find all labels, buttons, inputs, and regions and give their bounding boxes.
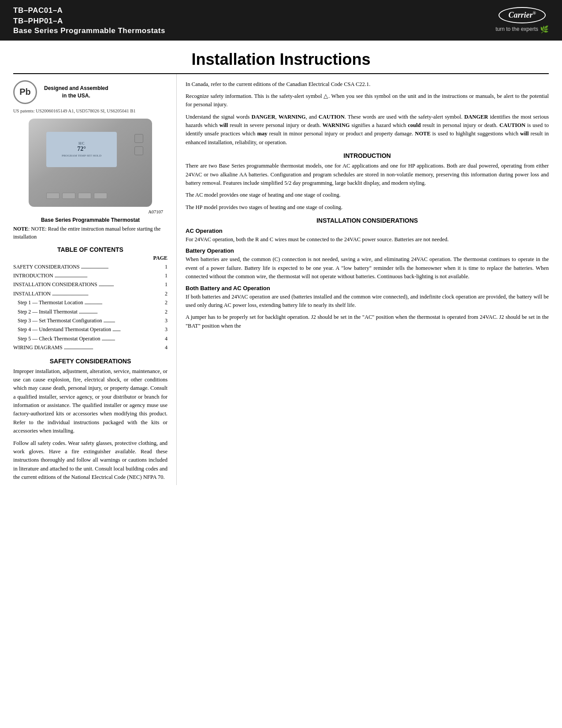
model1-label: TB–PAC01–A [13,5,165,16]
installation-note: NOTE: NOTE: Read the entire instruction … [13,225,167,241]
toc-page-label: PAGE [13,255,167,261]
toc-list: SAFETY CONSIDERATIONS ..................… [13,262,167,352]
carrier-logo: Carrier® turn to the experts 🌿 [495,7,549,34]
install-considerations-title: INSTALLATION CONSIDERATIONS [186,217,549,224]
thermostat-buttons [134,134,143,155]
toc-item: INSTALLATION CONSIDERATIONS ............… [13,280,167,289]
patents-text: US patents: US20060165149 A1, USD578026 … [13,108,167,113]
intro-para3: The HP model provides two stages of heat… [186,203,549,212]
intro-title: INTRODUCTION [186,152,549,159]
both-para1: If both batteries and 24VAC operation ar… [186,293,549,310]
toc-item: INTRODUCTION ...........................… [13,271,167,280]
toc-item: WIRING DIAGRAMS ........................… [13,343,167,352]
both-title: Both Battery and AC Operation [186,285,549,291]
toc-subitem: Step 2 — Install Thermostat ............… [13,307,167,316]
toc-subitem: Step 4 — Understand Thermostat Operation… [13,325,167,334]
btn2 [62,193,75,199]
toc-item: SAFETY CONSIDERATIONS ..................… [13,262,167,271]
safety-para1: Improper installation, adjustment, alter… [13,367,167,436]
toc-subitem: Step 5 — Check Thermostat Operation ....… [13,334,167,343]
down-button [134,146,143,155]
main-title: Installation Instructions [13,50,549,69]
header-left: TB–PAC01–A TB–PHP01–A Base Series Progra… [13,5,165,35]
header-subtitle: Base Series Programmable Thermostats [13,26,165,35]
safety-para2: Follow all safety codes. Wear safety gla… [13,439,167,482]
ac-op-para: For 24VAC operation, both the R and C wi… [186,235,549,244]
model2-label: TB–PHP01–A [13,16,165,26]
ac-op-title: AC Operation [186,228,549,234]
intro-para1: There are two Base Series programmable t… [186,162,549,187]
product-label: Base Series Programmable Thermostat [13,217,167,223]
designed-text: Designed and Assembled in the USA. [44,85,108,100]
battery-para: When batteries are used, the common (C) … [186,255,549,281]
toc-item: INSTALLATION ...........................… [13,289,167,298]
up-button [134,134,143,143]
bottom-buttons [46,193,107,199]
thermostat-image: H/C 72° PROGRAM TEMP SET HOLD [29,119,152,207]
carrier-tagline: turn to the experts 🌿 [495,25,549,34]
left-column: Pb Designed and Assembled in the USA. US… [13,74,176,485]
safety-signal-words: Understand the signal words DANGER, WARN… [186,113,549,147]
carrier-brand: Carrier® [499,7,546,23]
toc-subitem: Step 1 — Thermostat Location ...........… [13,298,167,307]
main-title-section: Installation Instructions [13,41,549,74]
content-area: Pb Designed and Assembled in the USA. US… [0,74,562,485]
thermostat-screen: H/C 72° PROGRAM TEMP SET HOLD [46,132,117,167]
btn3 [78,193,91,199]
header-bar: TB–PAC01–A TB–PHP01–A Base Series Progra… [0,0,562,41]
safety-continued: In Canada, refer to the current editions… [186,80,549,89]
both-para2: A jumper has to be properly set for back… [186,313,549,330]
part-number: A07107 [13,209,167,214]
toc-title: TABLE OF CONTENTS [13,246,167,253]
btn1 [46,193,60,199]
battery-title: Battery Operation [186,247,549,254]
btn4 [94,193,107,199]
right-column: In Canada, refer to the current editions… [176,74,549,485]
safety-title: SAFETY CONSIDERATIONS [13,358,167,365]
intro-para2: The AC model provides one stage of heati… [186,191,549,199]
toc-subitem: Step 3 — Set Thermostat Configuration ..… [13,316,167,325]
leaf-icon: 🌿 [540,25,549,34]
lead-box: Pb Designed and Assembled in the USA. [13,80,167,104]
safety-alert-para: Recognize safety information. This is th… [186,92,549,109]
pb-symbol: Pb [13,80,37,104]
